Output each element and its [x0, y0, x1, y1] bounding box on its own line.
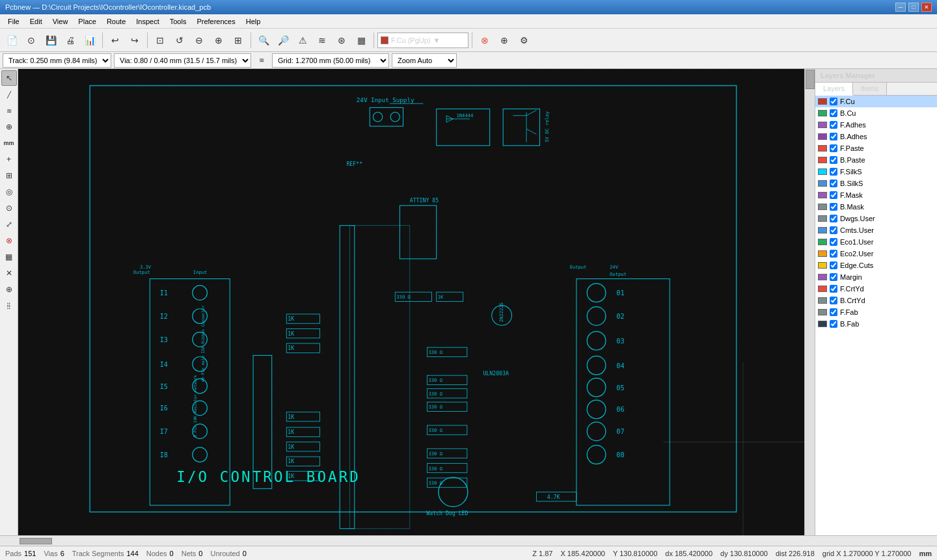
minimize-button[interactable]: ─ [895, 3, 906, 12]
layer-row-margin[interactable]: Margin [815, 271, 937, 283]
net-inspector[interactable]: ⊕ [1, 282, 17, 297]
layer-visible-check-16[interactable] [830, 285, 837, 293]
maximize-button[interactable]: □ [908, 3, 919, 12]
horizontal-scrollbar[interactable] [0, 535, 937, 546]
pad-tool[interactable]: ⊙ [1, 200, 17, 216]
highlight-net-button[interactable]: ⊗ [476, 31, 494, 49]
layer-visible-check-8[interactable] [830, 191, 837, 199]
layer-visible-check-19[interactable] [830, 320, 837, 328]
add-footprint[interactable]: + [1, 152, 17, 167]
route-single-track[interactable]: ╱ [1, 87, 17, 102]
layer-row-eco1-user[interactable]: Eco1.User [815, 236, 937, 248]
layer-visible-check-6[interactable] [830, 168, 837, 176]
copper-fill[interactable]: ▦ [1, 249, 17, 265]
zoom-fit-button[interactable]: ⊡ [151, 31, 169, 49]
h-scroll-thumb[interactable] [20, 538, 52, 544]
vertical-scrollbar[interactable] [804, 69, 815, 535]
track-selector[interactable]: Track: 0.250 mm (9.84 mils) [3, 53, 111, 68]
layer-visible-check-3[interactable] [830, 133, 837, 140]
layer-row-f-cu[interactable]: F.Cu [815, 96, 937, 107]
layer-row-f-mask[interactable]: F.Mask [815, 189, 937, 201]
zoom-in-button[interactable]: ⊕ [210, 31, 228, 49]
layer-visible-check-0[interactable] [830, 98, 837, 105]
layer-row-eco2-user[interactable]: Eco2.User [815, 248, 937, 260]
menu-route[interactable]: Route [102, 16, 131, 27]
layer-visible-check-9[interactable] [830, 203, 837, 211]
layer-selector[interactable]: F.Cu (PgUp) ▼ [377, 33, 468, 48]
undo-button[interactable]: ↩ [106, 31, 124, 49]
new-file-button[interactable]: 📄 [3, 31, 21, 49]
tab-items[interactable]: Items [853, 83, 887, 95]
v-scroll-thumb[interactable] [806, 70, 815, 89]
layer-row-b-silks[interactable]: B.SilkS [815, 178, 937, 189]
inspect-tool[interactable]: ⊕ [1, 119, 17, 135]
layer-visible-check-4[interactable] [830, 144, 837, 152]
menu-preferences[interactable]: Preferences [191, 16, 240, 27]
inspect-button[interactable]: 🔎 [274, 31, 292, 49]
cursor-tool[interactable]: ↖ [1, 70, 17, 86]
menu-help[interactable]: Help [241, 16, 266, 27]
layer-row-f-fab[interactable]: F.Fab [815, 306, 937, 318]
layer-visible-check-11[interactable] [830, 226, 837, 234]
layer-row-b-paste[interactable]: B.Paste [815, 154, 937, 166]
zoom-region-button[interactable]: ⊞ [229, 31, 247, 49]
menu-edit[interactable]: Edit [25, 16, 48, 27]
delete-tool[interactable]: ✕ [1, 265, 17, 281]
via-selector[interactable]: Via: 0.80 / 0.40 mm (31.5 / 15.7 mils) [114, 53, 251, 68]
layer-visible-check-5[interactable] [830, 156, 837, 164]
layer-row-f-silks[interactable]: F.SilkS [815, 166, 937, 178]
layer-row-b-adhes[interactable]: B.Adhes [815, 131, 937, 142]
menu-file[interactable]: File [3, 16, 25, 27]
board-setup-button[interactable]: ⚙ [515, 31, 533, 49]
layer-visible-check-17[interactable] [830, 297, 837, 304]
layer-row-b-mask[interactable]: B.Mask [815, 201, 937, 213]
layer-row-b-fab[interactable]: B.Fab [815, 318, 937, 330]
netlist-button[interactable]: ≋ [313, 31, 331, 49]
zoom-tool[interactable]: ⊞ [1, 168, 17, 183]
menu-place[interactable]: Place [73, 16, 102, 27]
zoom-out-button[interactable]: ⊖ [190, 31, 208, 49]
fill-zones-button[interactable]: ▦ [352, 31, 370, 49]
layer-visible-check-18[interactable] [830, 308, 837, 316]
highlight-net-left[interactable]: ◎ [1, 184, 17, 200]
layer-visible-check-15[interactable] [830, 273, 837, 281]
menu-inspect[interactable]: Inspect [131, 16, 164, 27]
layer-row-b-cu[interactable]: B.Cu [815, 107, 937, 119]
layer-visible-check-2[interactable] [830, 121, 837, 129]
layer-row-f-paste[interactable]: F.Paste [815, 142, 937, 154]
ratsnest-button[interactable]: ⊛ [333, 31, 351, 49]
search-button[interactable]: 🔍 [254, 31, 273, 49]
save-button[interactable]: 💾 [42, 31, 60, 49]
canvas-area[interactable]: I/O CONTROL BOARD 24V Input Supply REF**… [18, 69, 815, 535]
layer-visible-check-14[interactable] [830, 261, 837, 269]
grid-toggle[interactable]: ⣿ [1, 298, 17, 313]
drc-button[interactable]: ⚠ [293, 31, 312, 49]
open-netlist-button[interactable]: ⊙ [22, 31, 40, 49]
layer-row-dwgs-user[interactable]: Dwgs.User [815, 213, 937, 224]
layer-visible-check-10[interactable] [830, 215, 837, 222]
layer-visible-check-12[interactable] [830, 238, 837, 246]
units-mm[interactable]: mm [1, 135, 17, 151]
layer-row-b-crtyd[interactable]: B.CrtYd [815, 295, 937, 306]
layer-row-f-adhes[interactable]: F.Adhes [815, 119, 937, 131]
redo-button[interactable]: ↪ [126, 31, 144, 49]
zoom-selector[interactable]: Zoom Auto [392, 53, 457, 68]
push-shove[interactable]: ⤢ [1, 217, 17, 232]
layer-row-cmts-user[interactable]: Cmts.User [815, 224, 937, 236]
refresh-button[interactable]: ↺ [170, 31, 189, 49]
layer-visible-check-1[interactable] [830, 109, 837, 117]
plot-button[interactable]: 📊 [81, 31, 99, 49]
grid-selector[interactable]: Grid: 1.2700 mm (50.00 mils) [272, 53, 389, 68]
tab-layers[interactable]: Layers [815, 83, 853, 96]
close-button[interactable]: ✕ [921, 3, 932, 12]
print-button[interactable]: 🖨 [61, 31, 79, 49]
layer-visible-check-13[interactable] [830, 250, 837, 258]
menu-view[interactable]: View [48, 16, 74, 27]
layer-row-f-crtyd[interactable]: F.CrtYd [815, 283, 937, 295]
local-ratsnest-button[interactable]: ⊕ [495, 31, 513, 49]
drc-left[interactable]: ⊗ [1, 233, 17, 248]
route-diff-pair[interactable]: ≋ [1, 103, 17, 118]
menu-tools[interactable]: Tools [165, 16, 192, 27]
layer-row-edge-cuts[interactable]: Edge.Cuts [815, 260, 937, 271]
diff-pair-gap[interactable]: ≋ [254, 53, 269, 68]
